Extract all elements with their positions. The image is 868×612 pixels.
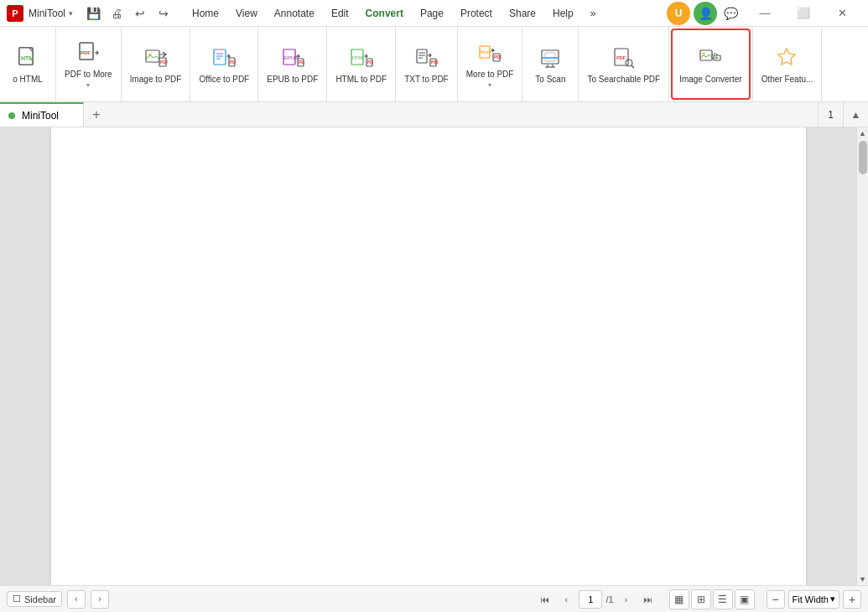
svg-rect-4 (146, 50, 159, 62)
svg-text:PDF: PDF (299, 60, 304, 65)
to-scan-label: To Scan (535, 75, 565, 85)
nav-forward-button[interactable]: › (91, 590, 109, 609)
pdf-to-more-icon: PDF (75, 39, 101, 66)
svg-text:EPUB: EPUB (284, 55, 298, 60)
scroll-down-arrow[interactable]: ▼ (857, 573, 869, 585)
scroll-up-arrow[interactable]: ▲ (857, 127, 869, 139)
save-button[interactable]: 💾 (83, 3, 103, 23)
user-buttons: U 👤 💬 (667, 2, 741, 25)
total-pages-label: /1 (606, 594, 613, 604)
menu-edit[interactable]: Edit (323, 4, 357, 23)
svg-text:PDF: PDF (616, 55, 626, 60)
app-dropdown-icon[interactable]: ▾ (69, 9, 73, 18)
last-page-button[interactable]: ⏭ (639, 590, 657, 609)
to-html-button[interactable]: HTM o HTML (2, 29, 54, 100)
fit-view-button[interactable]: ▣ (735, 589, 755, 609)
menu-protect[interactable]: Protect (452, 4, 501, 23)
user-upgrade-button[interactable]: U (667, 2, 690, 25)
menu-more[interactable]: » (582, 4, 605, 23)
redo-button[interactable]: ↪ (153, 3, 174, 23)
svg-text:HTM: HTM (21, 55, 34, 61)
svg-line-41 (632, 65, 634, 68)
office-to-pdf-icon: PDF (211, 44, 237, 71)
tool-group-office-to-pdf: PDF Office to PDF (190, 27, 258, 101)
chat-button[interactable]: 💬 (720, 3, 741, 23)
html-to-pdf-button[interactable]: HTML PDF HTML to PDF (329, 29, 393, 100)
more-to-pdf-arrow: ▾ (488, 81, 491, 89)
epub-to-pdf-button[interactable]: EPUB PDF EPUB to PDF (260, 29, 325, 100)
first-page-button[interactable]: ⏮ (535, 590, 554, 609)
nav-back-button[interactable]: ‹ (67, 590, 86, 609)
to-html-label: o HTML (13, 75, 43, 85)
zoom-in-button[interactable]: + (843, 590, 861, 609)
scroll-view-button[interactable]: ☰ (713, 589, 733, 609)
tab-minitool[interactable]: MiniTool (0, 102, 84, 127)
pdf-to-more-button[interactable]: PDF PDF to More ▾ (58, 29, 119, 100)
svg-text:PDF: PDF (160, 60, 168, 65)
tool-group-pdf-to-more: PDF PDF to More ▾ (56, 27, 122, 101)
user-profile-button[interactable]: 👤 (694, 2, 717, 25)
document-area (0, 127, 856, 585)
tool-group-to-html: HTM o HTML (0, 27, 56, 101)
more-to-pdf-icon: More PDF (476, 39, 503, 66)
menu-convert[interactable]: Convert (357, 4, 412, 23)
to-html-icon: HTM (14, 44, 41, 71)
to-searchable-pdf-icon: PDF (611, 44, 637, 71)
menu-annotate[interactable]: Annotate (266, 4, 323, 23)
page-canvas (51, 127, 806, 585)
prev-page-button[interactable]: ‹ (557, 590, 575, 609)
menu-view[interactable]: View (227, 4, 266, 23)
print-button[interactable]: 🖨 (107, 3, 127, 23)
zoom-level-selector[interactable]: Fit Width ▾ (788, 590, 839, 609)
txt-to-pdf-icon: PDF (413, 44, 439, 71)
image-to-pdf-icon: PDF (143, 44, 169, 71)
image-to-pdf-button[interactable]: PDF Image to PDF (123, 29, 189, 100)
to-scan-button[interactable]: To Scan (524, 29, 576, 100)
menu-page[interactable]: Page (412, 4, 452, 23)
to-searchable-pdf-button[interactable]: PDF To Searchable PDF (580, 29, 667, 100)
maximize-button[interactable]: ⬜ (784, 0, 823, 27)
vertical-scrollbar[interactable]: ▲ ▼ (856, 127, 868, 585)
menu-home[interactable]: Home (184, 4, 227, 23)
quick-access-bar: 💾 🖨 ↩ ↪ (83, 3, 174, 23)
next-page-button[interactable]: › (617, 590, 636, 609)
tabs-bar: MiniTool + 1 ▲ (0, 102, 868, 127)
txt-to-pdf-button[interactable]: PDF TXT to PDF (398, 29, 455, 100)
current-page-input[interactable]: 1 (579, 590, 602, 609)
undo-button[interactable]: ↩ (130, 3, 150, 23)
two-page-view-button[interactable]: ⊞ (691, 589, 711, 609)
minimize-button[interactable]: — (746, 0, 784, 27)
svg-rect-8 (214, 49, 226, 65)
other-features-label: Other Featu... (761, 75, 813, 85)
office-to-pdf-button[interactable]: PDF Office to PDF (192, 29, 256, 100)
main-content: ▲ ▼ (0, 127, 868, 585)
zoom-controls: − Fit Width ▾ + (767, 590, 861, 609)
statusbar: ☐ Sidebar ‹ › ⏮ ‹ 1 /1 › ⏭ ▦ ⊞ ☰ ▣ − Fit… (0, 585, 868, 612)
tool-group-image-to-pdf: PDF Image to PDF (122, 27, 191, 101)
scroll-thumb[interactable] (859, 141, 867, 174)
image-to-pdf-label: Image to PDF (130, 75, 182, 85)
menu-share[interactable]: Share (501, 4, 544, 23)
window-controls: — ⬜ ✕ (746, 0, 861, 27)
add-tab-button[interactable]: + (84, 102, 109, 127)
sidebar-toggle[interactable]: ☐ Sidebar (7, 591, 62, 607)
more-to-pdf-button[interactable]: More PDF More to PDF ▾ (460, 29, 521, 100)
zoom-out-button[interactable]: − (767, 590, 785, 609)
menu-bar: Home View Annotate Edit Convert Page Pro… (184, 4, 604, 23)
image-converter-button[interactable]: Image Converter (671, 29, 750, 100)
svg-rect-32 (542, 50, 559, 64)
epub-to-pdf-icon: EPUB PDF (279, 44, 306, 71)
other-features-button[interactable]: Other Featu... (755, 29, 820, 100)
tab-scroll-up-button[interactable]: ▲ (843, 102, 868, 127)
close-button[interactable]: ✕ (823, 0, 861, 27)
tab-page-number: 1 (818, 102, 843, 127)
epub-to-pdf-label: EPUB to PDF (267, 75, 318, 85)
more-to-pdf-label: More to PDF (466, 70, 514, 80)
page-navigation: ⏮ ‹ 1 /1 › ⏭ (535, 590, 657, 609)
svg-text:More: More (481, 49, 491, 54)
html-to-pdf-label: HTML to PDF (335, 75, 387, 85)
pdf-to-more-arrow: ▾ (86, 81, 90, 89)
sidebar-label: Sidebar (24, 594, 56, 604)
menu-help[interactable]: Help (544, 4, 582, 23)
single-page-view-button[interactable]: ▦ (669, 589, 689, 609)
